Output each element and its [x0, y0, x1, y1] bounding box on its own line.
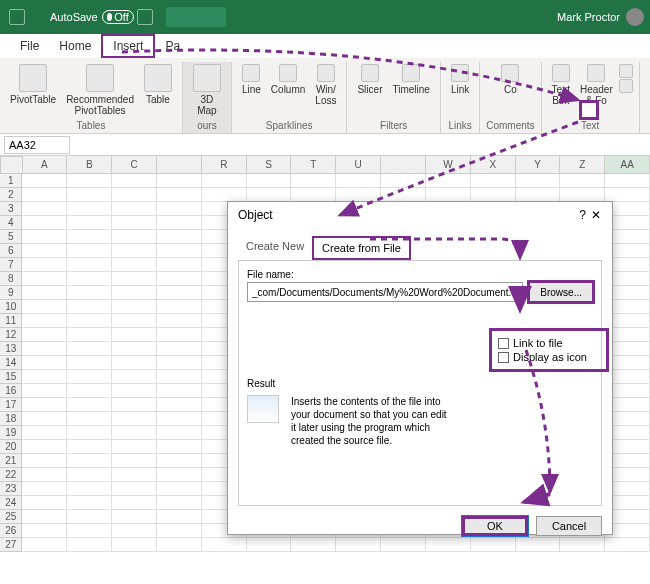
row-header[interactable]: 14 — [0, 356, 22, 370]
cell[interactable] — [157, 524, 202, 538]
row-header[interactable]: 19 — [0, 426, 22, 440]
cell[interactable] — [67, 188, 112, 202]
cell[interactable] — [22, 244, 67, 258]
cell[interactable] — [67, 286, 112, 300]
cell[interactable] — [67, 412, 112, 426]
cell[interactable] — [157, 216, 202, 230]
row-header[interactable]: 5 — [0, 230, 22, 244]
cell[interactable] — [157, 286, 202, 300]
row-header[interactable]: 2 — [0, 188, 22, 202]
cell[interactable] — [426, 174, 471, 188]
sparkline-line-button[interactable]: Line — [238, 62, 265, 118]
cell[interactable] — [112, 286, 157, 300]
dialog-help-button[interactable]: ? — [579, 208, 586, 222]
cell[interactable] — [157, 538, 202, 552]
cell[interactable] — [22, 356, 67, 370]
cell[interactable] — [157, 328, 202, 342]
row-header[interactable]: 22 — [0, 468, 22, 482]
display-as-icon-checkbox[interactable]: Display as icon — [498, 351, 600, 363]
cell[interactable] — [426, 188, 471, 202]
cancel-button[interactable]: Cancel — [536, 516, 602, 536]
cell[interactable] — [22, 454, 67, 468]
3dmap-button[interactable]: 3D Map — [189, 62, 225, 118]
cell[interactable] — [157, 356, 202, 370]
cell[interactable] — [471, 188, 516, 202]
cell[interactable] — [67, 398, 112, 412]
cell[interactable] — [516, 188, 561, 202]
cell[interactable] — [22, 342, 67, 356]
cell[interactable] — [112, 440, 157, 454]
cell[interactable] — [202, 174, 247, 188]
row-header[interactable]: 21 — [0, 454, 22, 468]
row-header[interactable]: 25 — [0, 510, 22, 524]
cell[interactable] — [112, 454, 157, 468]
equation-button[interactable] — [646, 62, 650, 118]
table-button[interactable]: Table — [140, 62, 176, 118]
menu-home[interactable]: Home — [49, 36, 101, 56]
cell[interactable] — [67, 440, 112, 454]
cell[interactable] — [67, 244, 112, 258]
cell[interactable] — [22, 174, 67, 188]
cell[interactable] — [22, 188, 67, 202]
cell[interactable] — [22, 370, 67, 384]
cell[interactable] — [112, 468, 157, 482]
cell[interactable] — [247, 188, 292, 202]
user-account[interactable]: Mark Proctor — [557, 8, 644, 26]
cell[interactable] — [157, 202, 202, 216]
cell[interactable] — [22, 272, 67, 286]
cell[interactable] — [157, 314, 202, 328]
cell[interactable] — [157, 398, 202, 412]
column-header[interactable]: Y — [516, 156, 561, 174]
cell[interactable] — [22, 482, 67, 496]
row-header[interactable]: 4 — [0, 216, 22, 230]
cell[interactable] — [67, 258, 112, 272]
cell[interactable] — [157, 188, 202, 202]
tab-create-new[interactable]: Create New — [238, 236, 312, 260]
cell[interactable] — [112, 384, 157, 398]
cell[interactable] — [67, 314, 112, 328]
column-header[interactable]: R — [202, 156, 247, 174]
row-header[interactable]: 20 — [0, 440, 22, 454]
cell[interactable] — [112, 272, 157, 286]
menu-file[interactable]: File — [10, 36, 49, 56]
link-to-file-checkbox[interactable]: Link to file — [498, 337, 600, 349]
cell[interactable] — [112, 188, 157, 202]
cell[interactable] — [516, 174, 561, 188]
cell[interactable] — [157, 370, 202, 384]
cell[interactable] — [560, 188, 605, 202]
cell[interactable] — [157, 272, 202, 286]
column-header[interactable] — [381, 156, 426, 174]
slicer-button[interactable]: Slicer — [353, 62, 386, 118]
cell[interactable] — [112, 482, 157, 496]
cell[interactable] — [157, 174, 202, 188]
cell[interactable] — [605, 188, 650, 202]
cell[interactable] — [247, 174, 292, 188]
cell[interactable] — [291, 188, 336, 202]
cell[interactable] — [67, 496, 112, 510]
cell[interactable] — [67, 356, 112, 370]
browse-button[interactable]: Browse... — [529, 282, 593, 302]
cell[interactable] — [22, 538, 67, 552]
row-header[interactable]: 11 — [0, 314, 22, 328]
cell[interactable] — [22, 216, 67, 230]
cell[interactable] — [157, 412, 202, 426]
row-header[interactable]: 18 — [0, 412, 22, 426]
cell[interactable] — [22, 524, 67, 538]
search-input[interactable] — [166, 7, 226, 27]
cell[interactable] — [112, 342, 157, 356]
recommended-pivottables-button[interactable]: Recommended PivotTables — [62, 62, 138, 118]
row-header[interactable]: 16 — [0, 384, 22, 398]
cell[interactable] — [112, 244, 157, 258]
cell[interactable] — [157, 230, 202, 244]
row-header[interactable]: 3 — [0, 202, 22, 216]
row-header[interactable]: 7 — [0, 258, 22, 272]
cell[interactable] — [22, 230, 67, 244]
cell[interactable] — [157, 426, 202, 440]
tab-create-from-file[interactable]: Create from File — [312, 236, 411, 260]
column-header[interactable]: U — [336, 156, 381, 174]
column-header[interactable]: S — [247, 156, 292, 174]
cell[interactable] — [381, 174, 426, 188]
cell[interactable] — [22, 496, 67, 510]
row-header[interactable]: 23 — [0, 482, 22, 496]
cell[interactable] — [157, 300, 202, 314]
